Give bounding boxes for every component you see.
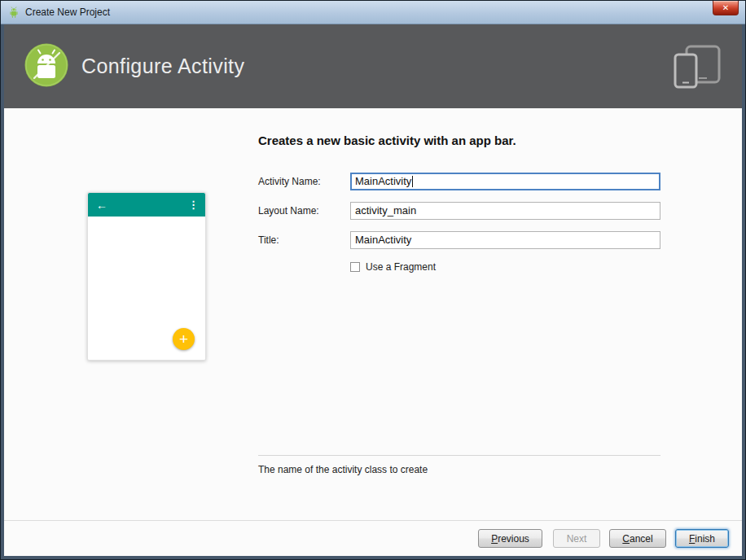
layout-name-row: Layout Name: — [258, 201, 660, 220]
wizard-header: Configure Activity — [4, 24, 742, 108]
wizard-content: Creates a new basic activity with an app… — [4, 108, 742, 556]
activity-name-value: MainActivity — [355, 175, 411, 187]
use-fragment-checkbox[interactable]: Use a Fragment — [350, 260, 436, 273]
wizard-step-title: Configure Activity — [81, 55, 244, 78]
close-icon: ✕ — [722, 3, 729, 12]
finish-button[interactable]: Finish — [675, 529, 729, 548]
checkbox-icon — [350, 262, 360, 272]
field-hint-text: The name of the activity class to create — [258, 464, 428, 475]
activity-preview: ← ⋮ + — [87, 192, 206, 361]
next-button: Next — [553, 529, 600, 548]
preview-appbar: ← ⋮ — [88, 193, 205, 217]
plus-icon: + — [179, 331, 188, 347]
fab-icon: + — [173, 328, 195, 350]
activity-name-label: Activity Name: — [258, 176, 350, 187]
footer-separator — [4, 520, 742, 521]
overflow-menu-icon: ⋮ — [188, 199, 199, 210]
text-caret — [412, 176, 413, 187]
phone-tablet-icon — [674, 45, 721, 89]
form-separator — [258, 455, 660, 456]
window-title: Create New Project — [25, 7, 110, 18]
title-label: Title: — [258, 234, 350, 246]
titlebar[interactable]: Create New Project ✕ — [1, 1, 745, 24]
previous-button[interactable]: Previous — [478, 529, 542, 548]
title-input[interactable] — [350, 231, 660, 249]
android-studio-logo-icon — [23, 42, 70, 89]
activity-name-row: Activity Name: MainActivity — [258, 172, 660, 190]
checkbox-label: Use a Fragment — [366, 261, 436, 273]
layout-name-label: Layout Name: — [258, 205, 350, 217]
cancel-button[interactable]: Cancel — [609, 529, 666, 548]
close-button[interactable]: ✕ — [713, 1, 739, 15]
create-new-project-window: Create New Project ✕ Configure Activity — [0, 0, 746, 560]
page-title: Creates a new basic activity with an app… — [258, 133, 516, 147]
title-row: Title: — [258, 230, 660, 249]
layout-name-input[interactable] — [350, 202, 660, 220]
back-arrow-icon: ← — [96, 199, 108, 211]
android-icon — [7, 6, 20, 19]
activity-name-input[interactable]: MainActivity — [350, 173, 660, 190]
